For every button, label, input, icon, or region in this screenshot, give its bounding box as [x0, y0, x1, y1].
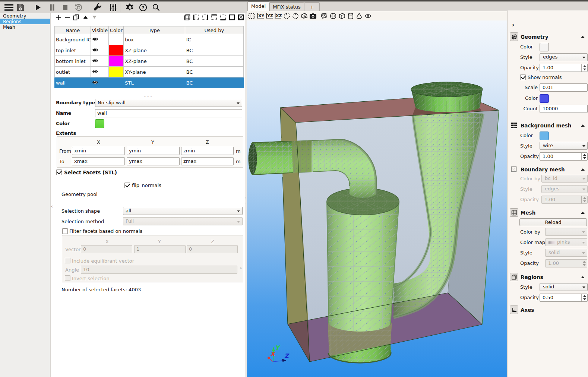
xy-view-button[interactable]: XY — [257, 12, 265, 20]
wrench-button[interactable] — [91, 1, 104, 13]
region-name-cell[interactable]: top inlet — [55, 45, 91, 56]
grid-icon[interactable] — [510, 122, 517, 129]
regions-style-combo[interactable]: solid — [540, 283, 588, 291]
region-visible-cell[interactable] — [91, 67, 109, 77]
section-header-geometry[interactable]: Geometry — [508, 33, 588, 41]
region-color-cell[interactable] — [109, 34, 124, 45]
down-region-button[interactable] — [91, 14, 98, 20]
region-color-cell[interactable] — [109, 67, 124, 77]
region-used-by-cell[interactable]: BC — [185, 77, 243, 88]
region-top-plane-button[interactable] — [211, 14, 217, 20]
section-header-boundary-mesh[interactable]: Boundary mesh — [508, 166, 588, 174]
sphere-button[interactable] — [329, 12, 337, 20]
nav-item-regions[interactable]: Regions — [0, 19, 50, 24]
regions-icon[interactable] — [510, 273, 518, 281]
eye-icon[interactable] — [92, 80, 98, 86]
search-button[interactable] — [149, 1, 163, 13]
region-visible-cell[interactable] — [91, 77, 109, 88]
region-name-cell[interactable]: outlet — [55, 67, 91, 77]
region-row-bottom-inlet[interactable]: bottom inletXZ-planeBC — [55, 56, 244, 67]
nav-item-geometry[interactable]: Geometry — [0, 13, 50, 19]
perspective-button[interactable] — [300, 12, 308, 20]
eye-icon[interactable] — [92, 58, 98, 64]
cylinder-button[interactable] — [347, 12, 355, 20]
region-color-cell[interactable] — [109, 56, 124, 67]
region-used-by-cell[interactable]: IC — [185, 34, 243, 45]
sliders-button[interactable] — [106, 1, 120, 13]
normals-count-input[interactable]: 10000 — [540, 105, 588, 113]
copy-region-button[interactable] — [73, 14, 79, 20]
region-used-by-cell[interactable]: BC — [185, 67, 243, 77]
normals-color-swatch[interactable] — [540, 94, 549, 103]
add-region-button[interactable] — [55, 14, 61, 20]
camera-button[interactable] — [309, 12, 317, 20]
flip-normals-checkbox[interactable] — [124, 183, 130, 188]
xz-view-button[interactable]: XZ — [274, 12, 282, 20]
reset-view-button[interactable] — [248, 12, 256, 20]
panel-expander[interactable]: › — [512, 21, 518, 27]
spin-buttons[interactable] — [581, 294, 587, 301]
section-header-background-mesh[interactable]: Background mesh — [508, 122, 588, 130]
remove-region-button[interactable] — [64, 14, 71, 20]
region-square-button[interactable] — [228, 14, 235, 20]
reset-button[interactable] — [72, 1, 85, 13]
collapse-arrow-icon[interactable] — [581, 36, 585, 38]
extents-to-y-input[interactable]: ymax — [127, 157, 180, 165]
spin-buttons[interactable] — [581, 64, 587, 72]
region-used-by-cell[interactable]: BC — [185, 56, 243, 67]
spin-buttons[interactable] — [581, 153, 587, 160]
region-color-swatch[interactable] — [95, 119, 104, 128]
region-right-plane-button[interactable] — [202, 14, 208, 20]
eye-icon[interactable] — [92, 69, 98, 75]
region-row-top-inlet[interactable]: top inletXZ-planeBC — [55, 45, 244, 56]
nav-item-mesh[interactable]: Mesh — [0, 24, 50, 30]
region-row-Background-IC[interactable]: Background ICboxIC — [55, 34, 244, 45]
region-type-cell[interactable]: XY-plane — [124, 67, 185, 77]
region-row-wall[interactable]: wallSTLBC — [55, 77, 244, 88]
help-button[interactable]: ? — [136, 1, 150, 13]
section-header-axes[interactable]: Axes — [508, 306, 588, 314]
region-type-cell[interactable]: XZ-plane — [124, 56, 185, 67]
extents-to-z-input[interactable]: zmax — [181, 157, 234, 165]
extents-to-x-input[interactable]: xmax — [72, 157, 125, 165]
region-row-outlet[interactable]: outletXY-planeBC — [55, 67, 244, 77]
select-facets-checkbox[interactable] — [56, 170, 62, 175]
geometry-style-combo[interactable]: edges — [540, 53, 588, 61]
rotate-right-button[interactable] — [292, 12, 300, 20]
region-stl-button[interactable] — [237, 14, 244, 20]
region-name-input[interactable]: wall — [95, 109, 242, 117]
boundary-grid-icon[interactable] — [510, 166, 517, 172]
rotate-left-button[interactable] — [283, 12, 291, 20]
yz-view-button[interactable]: YZ — [265, 12, 273, 20]
mesh-icon[interactable] — [510, 208, 518, 217]
geometry-color-swatch[interactable] — [540, 43, 549, 51]
tab-new[interactable]: + — [304, 2, 320, 11]
geometry-opacity-spin[interactable]: 1.00 — [540, 64, 588, 72]
boundary-type-combo[interactable]: No-slip wall — [95, 99, 242, 107]
eye-icon[interactable] — [92, 48, 98, 53]
collapse-arrow-icon[interactable] — [581, 276, 585, 278]
tab-model[interactable]: Model — [247, 1, 269, 11]
section-header-mesh[interactable]: Mesh — [508, 209, 588, 217]
visibility-button[interactable] — [364, 12, 372, 20]
filter-facets-checkbox[interactable] — [62, 228, 68, 234]
col-header-color[interactable]: Color — [109, 26, 124, 34]
pause-button[interactable] — [45, 1, 59, 13]
region-name-cell[interactable]: wall — [55, 77, 91, 88]
tab-mfix-status[interactable]: MFiX status — [269, 2, 304, 11]
region-visible-cell[interactable] — [91, 45, 109, 56]
region-type-cell[interactable]: box — [124, 34, 185, 45]
extents-from-y-input[interactable]: ymin — [127, 147, 180, 155]
region-visible-cell[interactable] — [91, 56, 109, 67]
col-header-type[interactable]: Type — [124, 26, 185, 34]
splitter-dots[interactable]: ...... — [144, 94, 152, 97]
gear-button[interactable] — [123, 1, 137, 13]
stop-button[interactable] — [59, 1, 72, 13]
up-region-button[interactable] — [82, 14, 89, 20]
extents-from-x-input[interactable]: xmin — [72, 147, 125, 155]
col-header-used-by[interactable]: Used by — [185, 26, 243, 34]
region-name-cell[interactable]: bottom inlet — [55, 56, 91, 67]
region-left-plane-button[interactable] — [193, 14, 199, 20]
region-box-button[interactable] — [184, 14, 190, 20]
eye-icon[interactable] — [92, 37, 98, 42]
